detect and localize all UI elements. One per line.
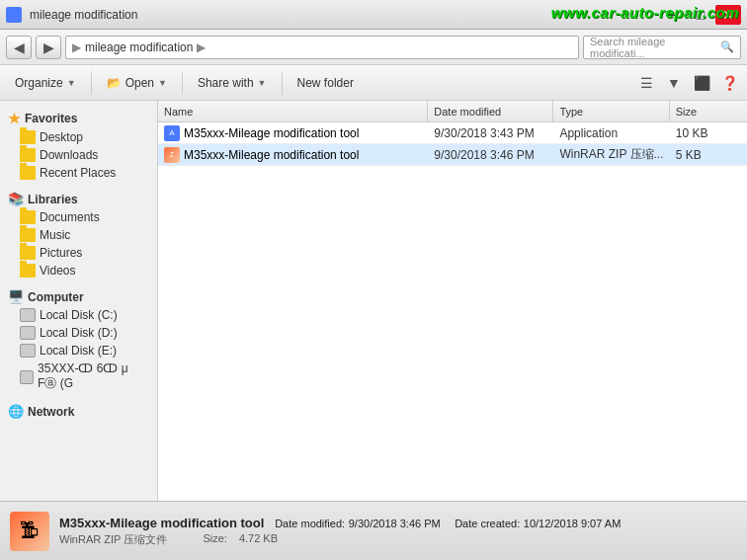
sidebar-header-libraries[interactable]: 📚 Libraries [0, 190, 157, 208]
drive-d-icon [20, 326, 36, 340]
sidebar-item-music[interactable]: Music [0, 226, 157, 244]
breadcrumb-arrow: ▶ [72, 40, 81, 54]
sidebar-item-removable[interactable]: 35XXX-ↀ 6ↀ μ Fⓐ (G [0, 360, 157, 394]
new-folder-label: New folder [297, 76, 354, 90]
file-size-cell: 10 KB [670, 126, 747, 140]
status-file-icon: 🗜 [10, 512, 49, 551]
file-list: Name Date modified Type Size A M35xxx-Mi… [158, 101, 747, 501]
breadcrumb-bar[interactable]: ▶ mileage modification ▶ [65, 36, 579, 59]
sidebar-item-downloads[interactable]: Downloads [0, 146, 157, 164]
file-list-header: Name Date modified Type Size [158, 101, 747, 122]
file-name-cell: Z M35xxx-Mileage modification tool [158, 147, 428, 163]
main-content: ★ Favorites Desktop Downloads Recent Pla… [0, 101, 747, 501]
sidebar-item-pictures[interactable]: Pictures [0, 244, 157, 262]
organize-button[interactable]: Organize ▼ [6, 69, 85, 97]
sidebar: ★ Favorites Desktop Downloads Recent Pla… [0, 101, 158, 501]
organize-dropdown-arrow: ▼ [67, 78, 76, 88]
search-box[interactable]: Search mileage modificati... 🔍 [583, 36, 741, 59]
title-bar-left: mileage modification [6, 7, 137, 23]
column-header-date[interactable]: Date modified [428, 101, 553, 121]
app-file-icon: A [164, 125, 180, 141]
help-button[interactable]: ❓ [717, 71, 741, 95]
drive-d-label: Local Disk (D:) [40, 326, 118, 340]
column-header-name[interactable]: Name [158, 101, 428, 121]
column-header-size[interactable]: Size [670, 101, 747, 121]
music-folder-icon [20, 228, 36, 242]
drive-c-label: Local Disk (C:) [40, 308, 118, 322]
toolbar-separator-3 [282, 71, 283, 95]
table-row[interactable]: A M35xxx-Mileage modification tool 9/30/… [158, 122, 747, 144]
new-folder-button[interactable]: New folder [289, 69, 363, 97]
pictures-label: Pictures [40, 246, 82, 260]
videos-label: Videos [40, 264, 75, 278]
view-toggle-button[interactable]: ☰ [634, 71, 658, 95]
file-size-cell: 5 KB [670, 148, 747, 162]
share-dropdown-arrow: ▼ [258, 78, 267, 88]
file-type-cell: WinRAR ZIP 压缩... [553, 146, 669, 163]
documents-label: Documents [40, 210, 100, 224]
status-date-created-label: Date created: [455, 518, 520, 529]
file-name-text: M35xxx-Mileage modification tool [184, 148, 359, 162]
share-button[interactable]: Share with ▼ [189, 69, 276, 97]
open-label: Open [125, 76, 154, 90]
sidebar-item-desktop[interactable]: Desktop [0, 128, 157, 146]
videos-folder-icon [20, 264, 36, 278]
sidebar-item-local-d[interactable]: Local Disk (D:) [0, 324, 157, 342]
downloads-label: Downloads [40, 148, 98, 162]
column-header-type[interactable]: Type [553, 101, 669, 121]
search-icon: 🔍 [720, 40, 734, 53]
breadcrumb-arrow-end: ▶ [197, 40, 206, 54]
sidebar-header-network[interactable]: 🌐 Network [0, 402, 157, 421]
breadcrumb-text: mileage modification [85, 40, 193, 54]
status-file-name: M35xxx-Mileage modification tool Date mo… [59, 516, 621, 530]
network-label: Network [28, 405, 74, 419]
pictures-folder-icon [20, 246, 36, 260]
address-bar: ◀ ▶ ▶ mileage modification ▶ Search mile… [0, 30, 747, 65]
preview-pane-button[interactable]: ⬛ [690, 71, 713, 95]
toolbar-separator-2 [182, 71, 183, 95]
window-title: mileage modification [30, 8, 137, 22]
search-placeholder: Search mileage modificati... [590, 36, 720, 59]
desktop-folder-icon [20, 130, 36, 144]
sidebar-item-recent-places[interactable]: Recent Places [0, 164, 157, 182]
organize-label: Organize [15, 76, 63, 90]
desktop-label: Desktop [40, 130, 83, 144]
favorites-label: Favorites [25, 112, 77, 125]
music-label: Music [40, 228, 70, 242]
status-date-modified-value: 9/30/2018 3:46 PM [349, 518, 441, 529]
sidebar-section-favorites: ★ Favorites Desktop Downloads Recent Pla… [0, 109, 157, 182]
toolbar: Organize ▼ 📂 Open ▼ Share with ▼ New fol… [0, 65, 747, 101]
sidebar-header-computer[interactable]: 🖥️ Computer [0, 287, 157, 306]
sidebar-item-local-c[interactable]: Local Disk (C:) [0, 306, 157, 324]
favorites-star-icon: ★ [8, 111, 21, 126]
open-button[interactable]: 📂 Open ▼ [98, 69, 176, 97]
removable-label: 35XXX-ↀ 6ↀ μ Fⓐ (G [38, 361, 149, 392]
sidebar-header-favorites[interactable]: ★ Favorites [0, 109, 157, 128]
recent-folder-icon [20, 166, 36, 180]
status-date-created-value: 10/12/2018 9:07 AM [524, 518, 621, 529]
toolbar-right: ☰ ▼ ⬛ ❓ [634, 71, 741, 95]
back-button[interactable]: ◀ [6, 36, 32, 59]
forward-button[interactable]: ▶ [36, 36, 61, 59]
status-info: M35xxx-Mileage modification tool Date mo… [59, 516, 621, 547]
zip-file-icon: Z [164, 147, 180, 163]
table-row[interactable]: Z M35xxx-Mileage modification tool 9/30/… [158, 144, 747, 166]
sidebar-item-documents[interactable]: Documents [0, 208, 157, 226]
share-label: Share with [198, 76, 254, 90]
sidebar-item-local-e[interactable]: Local Disk (E:) [0, 342, 157, 360]
view-menu-button[interactable]: ▼ [662, 71, 686, 95]
drive-e-icon [20, 344, 36, 358]
network-icon: 🌐 [8, 404, 24, 419]
sidebar-item-videos[interactable]: Videos [0, 262, 157, 280]
downloads-folder-icon [20, 148, 36, 162]
removable-icon [20, 370, 34, 384]
status-details: WinRAR ZIP 压缩文件 Size: 4.72 KB [59, 532, 621, 547]
recent-label: Recent Places [40, 166, 116, 180]
status-date-modified-label: Date modified: [275, 518, 345, 529]
status-file-type: WinRAR ZIP 压缩文件 [59, 532, 167, 547]
file-date-cell: 9/30/2018 3:46 PM [428, 148, 553, 162]
libraries-icon: 📚 [8, 192, 24, 206]
computer-label: Computer [28, 290, 84, 304]
file-name-text: M35xxx-Mileage modification tool [184, 126, 359, 140]
drive-e-label: Local Disk (E:) [40, 344, 117, 358]
